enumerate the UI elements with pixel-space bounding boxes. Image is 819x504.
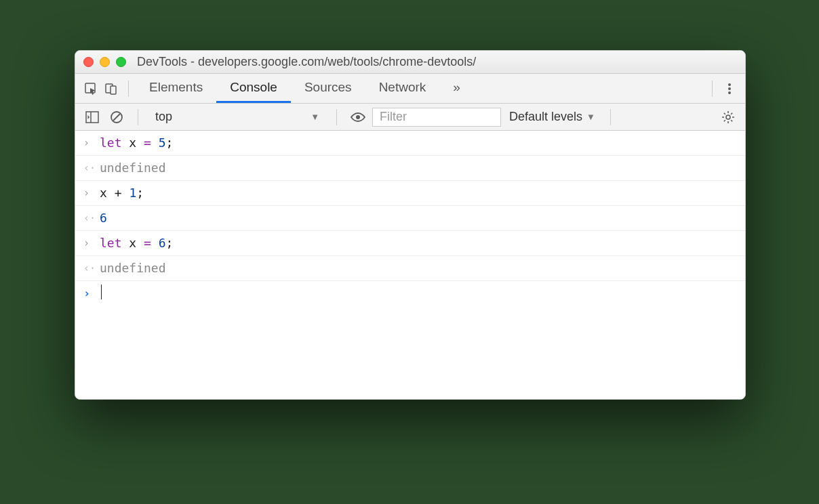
code-text: let x = 5;	[100, 134, 173, 152]
code-text: 6	[100, 209, 107, 227]
log-levels-select[interactable]: Default levels ▼	[505, 110, 599, 124]
prompt-chevron-icon: ›	[83, 285, 100, 302]
console-toolbar: top ▼ Default levels ▼	[75, 104, 745, 131]
separator	[128, 81, 129, 97]
console-input-row: ›let x = 5;	[75, 131, 745, 156]
device-toggle-icon[interactable]	[101, 79, 121, 99]
code-text: undefined	[100, 259, 166, 277]
svg-line-9	[113, 114, 120, 121]
tab-elements[interactable]: Elements	[136, 74, 216, 103]
prompt-input[interactable]	[100, 285, 102, 299]
levels-label: Default levels	[509, 110, 582, 124]
tabs: Elements Console Sources Network »	[136, 74, 474, 103]
input-chevron-icon: ›	[83, 234, 100, 252]
code-text: undefined	[100, 159, 166, 177]
chevron-down-icon: ▼	[311, 112, 319, 122]
clear-console-icon[interactable]	[106, 107, 127, 127]
live-expression-icon[interactable]	[348, 107, 368, 127]
devtools-window: DevTools - developers.google.com/web/too…	[75, 50, 746, 400]
filter-input[interactable]	[372, 108, 501, 127]
kebab-menu-icon[interactable]	[719, 82, 740, 96]
console-output-row: ‹·6	[75, 206, 745, 231]
svg-point-11	[726, 115, 730, 119]
console-input-row: ›let x = 6;	[75, 231, 745, 256]
separator	[336, 109, 337, 125]
output-chevron-icon: ‹·	[83, 159, 100, 177]
separator	[138, 109, 138, 125]
input-chevron-icon: ›	[83, 184, 100, 202]
tab-sources[interactable]: Sources	[291, 74, 365, 103]
tabs-overflow[interactable]: »	[439, 74, 474, 103]
console-prompt-row[interactable]: ›	[75, 281, 745, 306]
titlebar: DevTools - developers.google.com/web/too…	[75, 51, 745, 74]
tab-console[interactable]: Console	[216, 74, 291, 103]
window-title: DevTools - developers.google.com/web/too…	[137, 55, 476, 69]
svg-point-4	[728, 87, 731, 90]
chevron-down-icon: ▼	[586, 112, 595, 122]
console-body[interactable]: ›let x = 5;‹·undefined›x + 1;‹·6›let x =…	[75, 131, 745, 399]
code-text: x + 1;	[100, 184, 144, 202]
console-output-row: ‹·undefined	[75, 256, 745, 281]
svg-point-3	[728, 83, 731, 86]
svg-point-5	[728, 91, 731, 94]
zoom-icon[interactable]	[116, 57, 126, 67]
separator	[712, 81, 713, 97]
console-output-row: ‹·undefined	[75, 156, 745, 181]
minimize-icon[interactable]	[100, 57, 110, 67]
svg-point-10	[356, 115, 360, 119]
tab-network[interactable]: Network	[365, 74, 440, 103]
output-chevron-icon: ‹·	[83, 209, 100, 227]
gear-icon[interactable]	[718, 107, 738, 127]
window-controls	[83, 57, 126, 67]
sidebar-toggle-icon[interactable]	[82, 107, 102, 127]
separator	[610, 109, 611, 125]
main-tabbar: Elements Console Sources Network »	[75, 74, 745, 104]
console-input-row: ›x + 1;	[75, 181, 745, 206]
svg-rect-2	[111, 86, 116, 94]
close-icon[interactable]	[83, 57, 94, 67]
context-select[interactable]: top ▼	[149, 108, 325, 126]
inspect-element-icon[interactable]	[81, 79, 101, 99]
output-chevron-icon: ‹·	[83, 259, 100, 277]
input-chevron-icon: ›	[83, 134, 100, 152]
context-label: top	[155, 110, 172, 124]
text-cursor	[101, 285, 102, 299]
code-text: let x = 6;	[100, 234, 173, 252]
